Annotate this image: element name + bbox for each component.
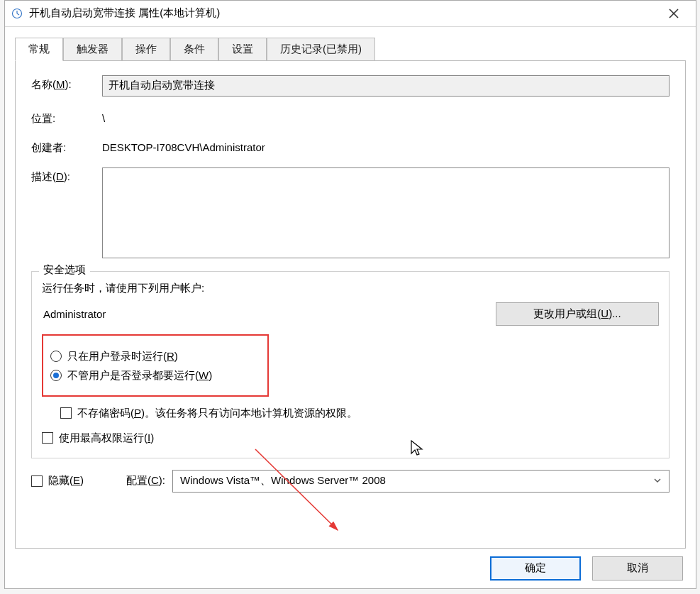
radio-run-whether-logged-on-label: 不管用户是否登录都要运行(W) [67, 369, 212, 383]
svg-line-2 [17, 13, 19, 15]
titlebar: 开机自动启动宽带连接 属性(本地计算机) [5, 1, 696, 27]
bottom-row: 隐藏(E) 配置(C): Windows Vista™、Windows Serv… [31, 470, 670, 493]
tab-conditions[interactable]: 条件 [170, 38, 218, 61]
radio-only-logged-on-label: 只在用户登录时运行(R) [67, 350, 178, 363]
radio-run-whether-logged-on[interactable]: 不管用户是否登录都要运行(W) [50, 369, 260, 383]
no-store-password-label: 不存储密码(P)。该任务将只有访问本地计算机资源的权限。 [77, 407, 357, 420]
security-options-group: 安全选项 运行任务时，请使用下列用户帐户: Administrator 更改用户… [31, 271, 670, 458]
location-row: 位置: \ [31, 109, 670, 126]
description-input[interactable] [102, 167, 670, 258]
name-row: 名称(M): [31, 75, 670, 97]
name-input[interactable] [102, 75, 670, 97]
tab-panel-general: 名称(M): 位置: \ 创建者: DESKTOP-I708CVH\Admini… [15, 60, 686, 549]
change-user-button[interactable]: 更改用户或组(U)... [496, 302, 659, 326]
close-button[interactable] [657, 3, 690, 24]
checkbox-icon [31, 475, 43, 487]
radio-icon [50, 351, 62, 362]
radio-icon [50, 370, 62, 381]
no-store-password-check[interactable]: 不存储密码(P)。该任务将只有访问本地计算机资源的权限。 [60, 407, 659, 420]
highest-privileges-label: 使用最高权限运行(I) [59, 431, 154, 445]
location-value: \ [102, 109, 670, 124]
checkbox-icon [42, 432, 53, 444]
run-as-label: 运行任务时，请使用下列用户帐户: [42, 282, 659, 295]
task-properties-dialog: 开机自动启动宽带连接 属性(本地计算机) 常规 触发器 操作 条件 设置 历史记… [4, 0, 696, 589]
security-legend: 安全选项 [39, 263, 90, 277]
tab-general[interactable]: 常规 [15, 38, 63, 61]
creator-row: 创建者: DESKTOP-I708CVH\Administrator [31, 138, 670, 155]
annotation-arrow [252, 446, 366, 560]
configure-for-select[interactable]: Windows Vista™、Windows Server™ 2008 [172, 470, 670, 493]
tab-actions[interactable]: 操作 [122, 38, 170, 61]
creator-label: 创建者: [31, 138, 102, 155]
hidden-check[interactable]: 隐藏(E) [31, 474, 84, 488]
ok-button[interactable]: 确定 [490, 556, 581, 581]
chevron-down-icon [653, 475, 662, 487]
cancel-button[interactable]: 取消 [592, 556, 683, 581]
location-label: 位置: [31, 109, 102, 126]
account-name: Administrator [42, 305, 489, 323]
checkbox-icon [60, 407, 72, 419]
clock-icon [11, 7, 23, 20]
radio-only-logged-on[interactable]: 只在用户登录时运行(R) [50, 350, 260, 363]
account-row: Administrator 更改用户或组(U)... [42, 302, 659, 326]
window-title: 开机自动启动宽带连接 属性(本地计算机) [29, 6, 657, 20]
dialog-footer: 确定 取消 [5, 549, 696, 588]
configure-for-value: Windows Vista™、Windows Server™ 2008 [180, 474, 386, 488]
dialog-body: 常规 触发器 操作 条件 设置 历史记录(已禁用) 名称(M): 位置: \ 创… [5, 27, 696, 549]
run-mode-radios: 只在用户登录时运行(R) 不管用户是否登录都要运行(W) [42, 334, 269, 397]
hidden-label: 隐藏(E) [48, 474, 84, 488]
tab-strip: 常规 触发器 操作 条件 设置 历史记录(已禁用) [15, 37, 686, 61]
close-icon [669, 9, 679, 18]
name-label: 名称(M): [31, 75, 102, 92]
tab-settings[interactable]: 设置 [218, 38, 267, 61]
tab-history[interactable]: 历史记录(已禁用) [267, 38, 375, 61]
highest-privileges-check[interactable]: 使用最高权限运行(I) [42, 431, 659, 445]
tab-triggers[interactable]: 触发器 [63, 38, 122, 61]
configure-for-label: 配置(C): [126, 474, 165, 488]
description-row: 描述(D): [31, 167, 670, 258]
creator-value: DESKTOP-I708CVH\Administrator [102, 138, 670, 153]
description-label: 描述(D): [31, 167, 102, 184]
